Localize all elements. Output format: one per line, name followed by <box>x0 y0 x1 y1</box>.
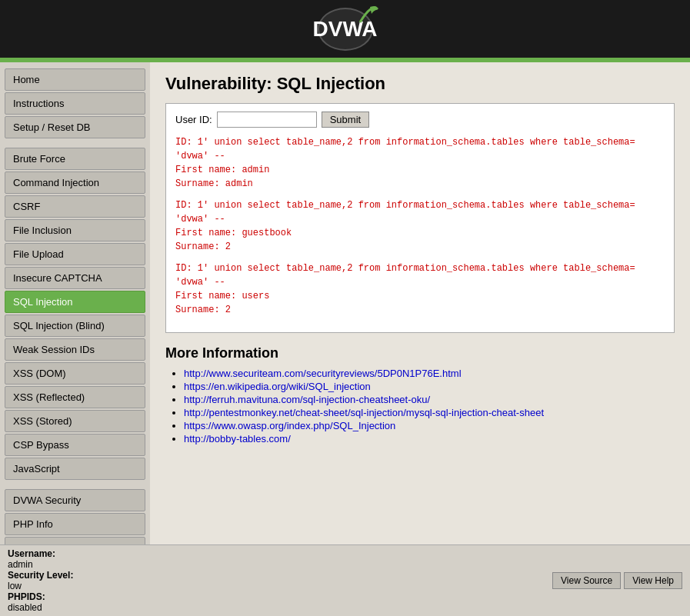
user-id-label: User ID: <box>175 114 212 125</box>
sidebar-item-brute-force[interactable]: Brute Force <box>5 148 145 170</box>
list-item: http://pentestmonkey.net/cheat-sheet/sql… <box>184 407 675 418</box>
sidebar-spacer-1 <box>5 140 145 146</box>
output-row-3: ID: 1' union select table_name,2 from in… <box>175 261 665 317</box>
sidebar-item-weak-session-ids[interactable]: Weak Session IDs <box>5 338 145 361</box>
user-id-row: User ID: Submit <box>175 112 665 128</box>
footer-security: Security Level: low <box>8 570 73 591</box>
sidebar-item-file-upload[interactable]: File Upload <box>5 243 145 265</box>
sidebar-item-dvwa-security[interactable]: DVWA Security <box>5 489 145 511</box>
footer-username-value: admin <box>8 559 73 570</box>
output-row-2-firstname: First name: guestbook <box>175 226 665 240</box>
footer-phpids: PHPIDS: disabled <box>8 591 73 613</box>
sidebar-item-command-injection[interactable]: Command Injection <box>5 171 145 194</box>
view-help-button[interactable]: View Help <box>624 572 682 589</box>
output-row-3-surname: Surname: 2 <box>175 303 665 317</box>
sidebar: Home Instructions Setup / Reset DB Brute… <box>0 62 150 616</box>
output-row-1: ID: 1' union select table_name,2 from in… <box>175 135 665 191</box>
footer-phpids-label: PHPIDS: <box>8 591 45 602</box>
sidebar-item-sql-injection[interactable]: SQL Injection <box>5 291 145 313</box>
footer-info: Username: admin Security Level: low PHPI… <box>8 548 73 613</box>
sidebar-item-home[interactable]: Home <box>5 68 145 91</box>
list-item: http://www.securiteam.com/securityreview… <box>184 368 675 379</box>
footer-username: Username: admin <box>8 548 73 570</box>
more-info-title: More Information <box>165 345 675 361</box>
logo: DV WA <box>318 8 373 51</box>
sidebar-item-javascript[interactable]: JavaScript <box>5 458 145 480</box>
output-row-2-surname: Surname: 2 <box>175 240 665 254</box>
sidebar-item-xss-dom[interactable]: XSS (DOM) <box>5 362 145 385</box>
output-row-3-firstname: First name: users <box>175 289 665 303</box>
list-item: https://en.wikipedia.org/wiki/SQL_inject… <box>184 381 675 392</box>
more-info-link-0[interactable]: http://www.securiteam.com/securityreview… <box>184 368 462 379</box>
footer-security-value: low <box>8 581 73 591</box>
footer: Username: admin Security Level: low PHPI… <box>0 544 690 616</box>
more-info-links: http://www.securiteam.com/securityreview… <box>165 368 675 445</box>
page-title: Vulnerability: SQL Injection <box>165 74 675 94</box>
more-info-link-1[interactable]: https://en.wikipedia.org/wiki/SQL_inject… <box>184 381 371 392</box>
input-area: User ID: Submit ID: 1' union select tabl… <box>165 103 675 333</box>
sidebar-item-xss-stored[interactable]: XSS (Stored) <box>5 410 145 432</box>
logo-dv: DV <box>313 17 343 42</box>
sidebar-item-csrf[interactable]: CSRF <box>5 195 145 218</box>
submit-button[interactable]: Submit <box>322 112 369 128</box>
more-info-link-2[interactable]: http://ferruh.mavituna.com/sql-injection… <box>184 394 430 405</box>
sidebar-item-instructions[interactable]: Instructions <box>5 92 145 115</box>
output-row-3-id: ID: 1' union select table_name,2 from in… <box>175 261 665 289</box>
sidebar-item-xss-reflected[interactable]: XSS (Reflected) <box>5 386 145 408</box>
logo-arc-icon <box>356 3 379 26</box>
output-row-1-surname: Surname: admin <box>175 177 665 191</box>
more-info-link-5[interactable]: http://bobby-tables.com/ <box>184 433 291 445</box>
footer-security-label: Security Level: <box>8 570 73 581</box>
list-item: http://bobby-tables.com/ <box>184 433 675 445</box>
output-row-1-firstname: First name: admin <box>175 163 665 177</box>
list-item: https://www.owasp.org/index.php/SQL_Inje… <box>184 420 675 431</box>
sidebar-item-insecure-captcha[interactable]: Insecure CAPTCHA <box>5 267 145 289</box>
more-info-link-4[interactable]: https://www.owasp.org/index.php/SQL_Inje… <box>184 420 395 431</box>
main-content: Vulnerability: SQL Injection User ID: Su… <box>150 62 690 616</box>
more-info-link-3[interactable]: http://pentestmonkey.net/cheat-sheet/sql… <box>184 407 544 418</box>
output-row-1-id: ID: 1' union select table_name,2 from in… <box>175 135 665 163</box>
sidebar-item-sql-injection-blind[interactable]: SQL Injection (Blind) <box>5 315 145 337</box>
sidebar-item-php-info[interactable]: PHP Info <box>5 513 145 535</box>
output-row-2: ID: 1' union select table_name,2 from in… <box>175 198 665 254</box>
footer-username-label: Username: <box>8 548 55 559</box>
layout: Home Instructions Setup / Reset DB Brute… <box>0 62 690 616</box>
view-source-button[interactable]: View Source <box>552 572 621 589</box>
footer-phpids-value: disabled <box>8 602 73 613</box>
sidebar-item-file-inclusion[interactable]: File Inclusion <box>5 219 145 241</box>
output-row-2-id: ID: 1' union select table_name,2 from in… <box>175 198 665 226</box>
list-item: http://ferruh.mavituna.com/sql-injection… <box>184 394 675 405</box>
sidebar-item-setup-reset-db[interactable]: Setup / Reset DB <box>5 116 145 138</box>
more-info-section: More Information http://www.securiteam.c… <box>165 345 675 445</box>
sidebar-spacer-2 <box>5 481 145 488</box>
footer-buttons: View Source View Help <box>552 572 682 589</box>
sidebar-item-csp-bypass[interactable]: CSP Bypass <box>5 434 145 456</box>
user-id-input[interactable] <box>217 112 317 128</box>
header: DV WA <box>0 0 690 58</box>
